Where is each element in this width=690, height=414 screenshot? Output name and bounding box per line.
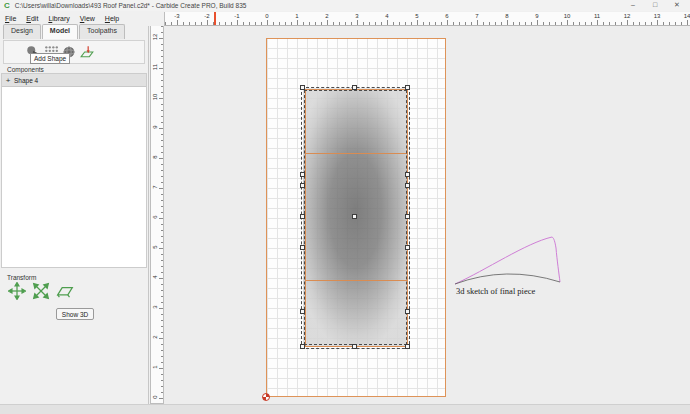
hruler-label-10: 10 <box>559 13 575 19</box>
components-header: Components <box>7 66 44 73</box>
hruler-label-0: 0 <box>259 13 275 19</box>
bottom-bar <box>0 404 690 414</box>
vruler-label-3: 3 <box>152 300 158 314</box>
selection-handle[interactable] <box>300 344 305 349</box>
selection-handle[interactable] <box>352 85 357 90</box>
hruler-label-13: 13 <box>649 13 665 19</box>
selection-handle[interactable] <box>300 309 305 314</box>
vruler-label-1: 1 <box>152 360 158 374</box>
panel-tabs: DesignModelToolpaths <box>3 24 126 39</box>
vruler-label-10: 10 <box>152 90 158 104</box>
show-3d-button[interactable]: Show 3D <box>56 308 94 320</box>
menu-edit[interactable]: Edit <box>26 15 38 22</box>
sketch-profile-path <box>455 274 560 284</box>
components-list: + Shape 4 <box>1 73 147 268</box>
menu-view[interactable]: View <box>80 15 95 22</box>
hruler-label-5: 5 <box>409 13 425 19</box>
tab-model[interactable]: Model <box>42 24 78 39</box>
maximize-button[interactable]: □ <box>644 0 666 11</box>
expand-icon[interactable]: + <box>2 76 14 85</box>
move-icon[interactable] <box>8 282 26 300</box>
selection-handle[interactable] <box>405 245 410 250</box>
transform-header: Transform <box>7 274 36 281</box>
import-component-icon[interactable] <box>80 45 94 59</box>
vruler-label-11: 11 <box>152 60 158 74</box>
menu-library[interactable]: Library <box>48 15 69 22</box>
model-toolbar <box>3 40 145 64</box>
hruler-label-4: 4 <box>379 13 395 19</box>
selection-handle[interactable] <box>300 214 305 219</box>
selection-handle[interactable] <box>405 214 410 219</box>
component-label: Shape 4 <box>14 77 38 84</box>
app-window: C C:\Users\willa\Downloads\493 Roof Pane… <box>0 0 690 414</box>
title-bar: C C:\Users\willa\Downloads\493 Roof Pane… <box>0 0 690 11</box>
hruler-label-9: 9 <box>529 13 545 19</box>
vruler-label-0: 0 <box>152 390 158 404</box>
vruler-label-2: 2 <box>152 330 158 344</box>
vruler-label-6: 6 <box>152 210 158 224</box>
origin-marker-icon <box>262 393 270 401</box>
rotate-icon[interactable] <box>56 282 74 300</box>
selection-handle[interactable] <box>405 172 410 177</box>
vruler-label-5: 5 <box>152 240 158 254</box>
hruler-label-1: 1 <box>289 13 305 19</box>
scale-icon[interactable] <box>32 282 50 300</box>
hruler-label--1: -1 <box>229 13 245 19</box>
hruler-label-2: 2 <box>319 13 335 19</box>
vruler-label-4: 4 <box>152 270 158 284</box>
app-logo-icon: C <box>4 1 10 11</box>
menu-file[interactable]: File <box>5 15 16 22</box>
hruler-label-3: 3 <box>349 13 365 19</box>
hruler-label-8: 8 <box>499 13 515 19</box>
minimize-button[interactable]: – <box>622 0 644 11</box>
close-button[interactable]: ✕ <box>666 0 688 11</box>
selection-handle[interactable] <box>405 85 410 90</box>
component-row-shape4[interactable]: + Shape 4 <box>2 74 146 87</box>
tab-toolpaths[interactable]: Toolpaths <box>79 24 125 39</box>
selection-handle[interactable] <box>300 85 305 90</box>
reference-sketch <box>448 228 578 290</box>
add-shape-tooltip: Add Shape <box>30 53 70 64</box>
ruler-position-marker <box>214 12 216 26</box>
hruler-label-14: 14 <box>679 13 690 19</box>
menu-help[interactable]: Help <box>105 15 119 22</box>
hruler-label-7: 7 <box>469 13 485 19</box>
sketch-caption: 3d sketch of final piece <box>456 286 535 296</box>
tab-design[interactable]: Design <box>3 24 41 39</box>
vruler-label-9: 9 <box>152 120 158 134</box>
selection-handle[interactable] <box>300 245 305 250</box>
selection-handle[interactable] <box>405 344 410 349</box>
hruler-label--3: -3 <box>169 13 185 19</box>
vruler-label-12: 12 <box>152 30 158 44</box>
vruler-label-8: 8 <box>152 150 158 164</box>
sketch-outline-path <box>455 237 560 284</box>
selection-handle[interactable] <box>300 183 305 188</box>
design-canvas[interactable]: 3d sketch of final piece <box>164 26 690 404</box>
left-panel: DesignModelToolpaths <box>0 26 149 404</box>
selection-handle[interactable] <box>352 214 357 219</box>
selection-handle[interactable] <box>405 309 410 314</box>
transform-toolbar <box>8 282 80 300</box>
vertical-ruler: 0123456789101112 <box>150 26 164 404</box>
selection-handle[interactable] <box>352 344 357 349</box>
window-title: C:\Users\willa\Downloads\493 Roof Panel.… <box>15 2 247 9</box>
hruler-label-12: 12 <box>619 13 635 19</box>
selection-handle[interactable] <box>405 183 410 188</box>
hruler-label-6: 6 <box>439 13 455 19</box>
horizontal-ruler: -3-2-101234567891011121314 <box>164 12 690 26</box>
vruler-label-7: 7 <box>152 180 158 194</box>
hruler-label--2: -2 <box>199 13 215 19</box>
hruler-label-11: 11 <box>589 13 605 19</box>
selection-handle[interactable] <box>300 172 305 177</box>
